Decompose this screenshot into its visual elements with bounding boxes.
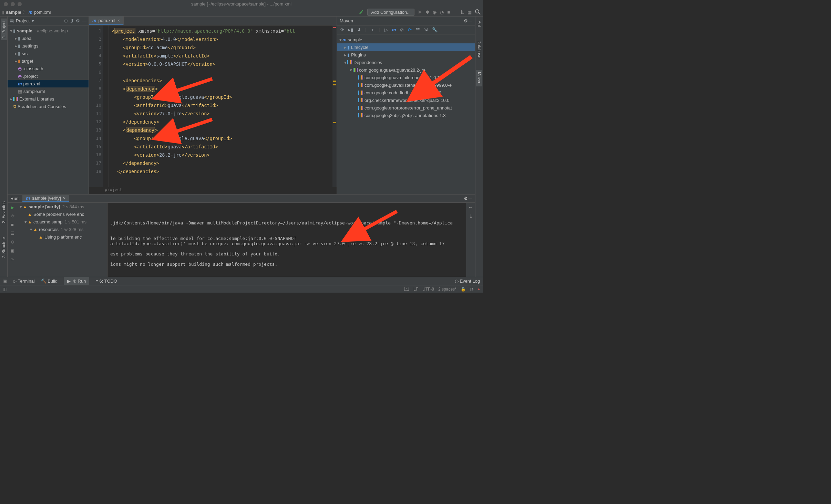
cursor-position[interactable]: 1:1	[403, 287, 409, 292]
tree-item[interactable]: ▸▮.settings	[8, 42, 89, 50]
search-everywhere-icon[interactable]	[475, 9, 481, 15]
wrench-icon[interactable]: 🔧	[432, 27, 438, 32]
chevron-down-icon[interactable]: ▾	[32, 18, 34, 23]
maven-dep-item[interactable]: com.google.j2objc:j2objc-annotations:1.3	[337, 112, 475, 119]
lock-icon[interactable]: 🔒	[461, 287, 466, 292]
filter-icon[interactable]: ☰	[10, 231, 14, 236]
skip-tests-icon[interactable]: ⟳	[408, 27, 412, 32]
download-icon[interactable]: ⬇	[357, 27, 361, 32]
show-deps-icon[interactable]: ☱	[416, 27, 420, 32]
collapse-icon[interactable]: ⇵	[70, 18, 74, 23]
todo-tab[interactable]: ≡ 6: TODO	[95, 279, 117, 284]
run-icon[interactable]	[418, 10, 422, 14]
scroll-end-icon[interactable]: ⤓	[469, 213, 473, 219]
tree-item[interactable]: ◓.project	[8, 72, 89, 80]
soft-wrap-icon[interactable]: ↩	[469, 205, 473, 210]
toggle-offline-icon[interactable]: ⊘	[400, 27, 404, 32]
camera-icon[interactable]: ▣	[10, 248, 14, 253]
sidebar-favorites-tab[interactable]: 2: Favorites	[1, 199, 7, 225]
maven-dep-primary[interactable]: ▾com.google.guava:guava:28.2-jre	[337, 66, 475, 74]
settings-gear-icon[interactable]: ⚙	[76, 18, 80, 23]
tree-item[interactable]: ▸▮src	[8, 50, 89, 57]
stop-icon[interactable]: ■	[447, 10, 450, 15]
coverage-icon[interactable]: ◉	[433, 10, 437, 15]
add-configuration-button[interactable]: Add Configuration...	[367, 9, 414, 16]
vcs-icon[interactable]: ⇅	[460, 10, 464, 15]
run-tree-item[interactable]: ▲Some problems were enc	[17, 210, 107, 218]
maven-dep-item[interactable]: com.google.code.findbugs:jsr305:3.0.2	[337, 89, 475, 96]
maven-dep-item[interactable]: com.google.guava:failureaccess:1.0.1	[337, 74, 475, 81]
error-indicator-icon[interactable]: ●	[478, 287, 480, 292]
collapse-all-icon[interactable]: ⇲	[424, 27, 428, 32]
sidebar-project-tab[interactable]: 1: Project	[1, 19, 7, 40]
breadcrumb-root[interactable]: sample	[6, 10, 21, 15]
quicklist-icon[interactable]: ▣	[3, 279, 7, 284]
minimize-icon[interactable]: —	[468, 196, 472, 201]
run-console[interactable]: .jdk/Contents/Home/bin/java -Dmaven.mult…	[107, 203, 466, 277]
run-tree-item[interactable]: ▾▲co.acme:samp1 s 501 ms	[17, 218, 107, 225]
add-icon[interactable]: ＋	[370, 27, 375, 33]
debug-icon[interactable]: ✱	[425, 10, 429, 15]
tool-window-toggle-icon[interactable]: ◫	[3, 287, 7, 292]
build-tab[interactable]: 🔨 Build	[41, 279, 58, 284]
maven-goal-icon[interactable]: m	[392, 27, 396, 32]
structure-icon[interactable]: ▦	[468, 10, 472, 15]
line-ending[interactable]: LF	[413, 287, 418, 292]
breadcrumb-file[interactable]: pom.xml	[34, 10, 51, 15]
project-title[interactable]: Project	[16, 18, 30, 23]
maven-dep-item[interactable]: org.checkerframework:checker-qual:2.10.0	[337, 96, 475, 104]
maven-dep-item[interactable]: com.google.guava:listenablefuture:9999.0…	[337, 81, 475, 89]
sidebar-maven-tab[interactable]: Maven	[476, 70, 482, 86]
more-icon[interactable]: »	[11, 256, 13, 262]
run-maven-icon[interactable]: ▷	[384, 27, 388, 32]
run-tree-item[interactable]: ▾▲resources1 w 328 ms	[17, 225, 107, 233]
minimize-icon[interactable]: —	[82, 18, 86, 23]
rerun-icon[interactable]: ▶	[11, 205, 14, 210]
run-tree-item[interactable]: ▲Using platform enc	[17, 233, 107, 241]
stop-icon[interactable]: ■	[11, 222, 14, 227]
memory-indicator-icon[interactable]: ◔	[470, 287, 473, 292]
tree-scratches[interactable]: ⧉Scratches and Consoles	[8, 103, 89, 110]
maven-plugins[interactable]: ▸▮Plugins	[337, 51, 475, 59]
sidebar-ant-tab[interactable]: Ant	[476, 19, 482, 29]
error-stripe[interactable]	[332, 25, 337, 187]
editor-tab-pom[interactable]: m pom.xml ×	[89, 16, 124, 25]
maven-lifecycle[interactable]: ▸▮Lifecycle	[337, 43, 475, 51]
settings-gear-icon[interactable]: ⚙	[464, 196, 468, 201]
tree-item[interactable]: ◓.classpath	[8, 65, 89, 72]
find-icon[interactable]: ⊙	[11, 239, 14, 244]
tree-project-root[interactable]: ▾▮sample~/eclipse-worksp	[8, 27, 89, 34]
tree-external-libraries[interactable]: ▸External Libraries	[8, 95, 89, 103]
tree-item[interactable]: ▸▮target	[8, 57, 89, 65]
profile-icon[interactable]: ◔	[440, 10, 444, 15]
maven-icon: m	[29, 10, 33, 15]
stop-rerun-icon[interactable]: ⟳	[11, 213, 14, 219]
window-title: sample [~/eclipse-workspace/sample] - ..…	[0, 1, 483, 7]
run-tab[interactable]: ▶ 4: Run	[64, 277, 89, 285]
reimport-icon[interactable]: ⟳	[340, 27, 344, 32]
run-tree-root[interactable]: ▾▲sample [verify]2 s 844 ms	[17, 203, 107, 210]
maven-icon: m	[26, 196, 30, 201]
close-icon[interactable]: ×	[63, 196, 66, 201]
terminal-tab[interactable]: ▷ Terminal	[13, 279, 35, 284]
maven-root[interactable]: ▾msample	[337, 36, 475, 43]
sidebar-database-tab[interactable]: Database	[476, 39, 482, 60]
tree-item[interactable]: ▸▮.idea	[8, 34, 89, 42]
minimize-icon[interactable]: —	[468, 18, 472, 23]
tree-item[interactable]: ▦sample.iml	[8, 87, 89, 95]
editor-breadcrumb[interactable]: project	[89, 187, 337, 194]
locate-icon[interactable]: ⊕	[64, 18, 68, 23]
event-log-tab[interactable]: ◌ Event Log	[455, 279, 480, 284]
generate-sources-icon[interactable]: ▸▮	[348, 27, 353, 32]
settings-gear-icon[interactable]: ⚙	[464, 18, 468, 23]
code-area[interactable]: <project xmlns="http://maven.apache.org/…	[109, 25, 337, 187]
sidebar-structure-tab[interactable]: 7: Structure	[1, 235, 7, 260]
run-config-tab[interactable]: m sample [verify] ×	[22, 195, 69, 202]
indent-widget[interactable]: 2 spaces*	[438, 287, 456, 292]
close-tab-icon[interactable]: ×	[117, 18, 120, 23]
file-encoding[interactable]: UTF-8	[422, 287, 434, 292]
maven-dep-item[interactable]: com.google.errorprone:error_prone_annota…	[337, 104, 475, 112]
maven-dependencies[interactable]: ▾Dependencies	[337, 59, 475, 66]
build-hammer-icon[interactable]	[358, 9, 364, 15]
tree-item[interactable]: mpom.xml	[8, 80, 89, 87]
